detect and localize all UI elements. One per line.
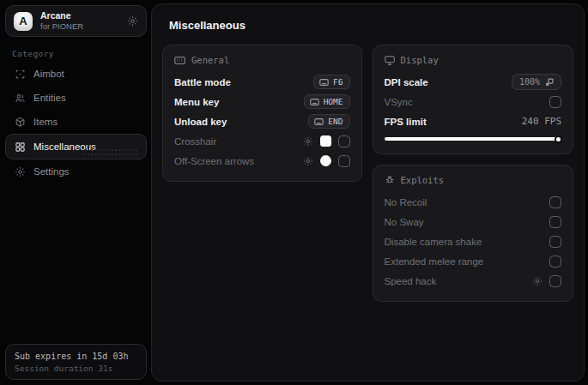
app-subtitle: for PIONER	[40, 21, 119, 32]
sidebar-item-label: Items	[33, 117, 58, 127]
extended-melee-range-label: Extended melee range	[385, 256, 484, 267]
display-card: Display DPI scale 100%	[373, 45, 573, 154]
scale-icon	[545, 78, 554, 87]
unload-key-row: Unload key END	[174, 111, 350, 131]
offscreen-arrows-row: Off-Screen arrows	[174, 151, 350, 171]
sidebar-item-label: Aimbot	[33, 69, 64, 79]
session-duration-text: Session duration 31s	[15, 364, 137, 373]
crosshair-color-swatch[interactable]	[320, 135, 331, 147]
speed-hack-label: Speed hack	[385, 276, 437, 286]
offscreen-color-swatch[interactable]	[320, 155, 331, 166]
dpi-scale-label: DPI scale	[385, 77, 428, 87]
vsync-label: VSync	[385, 97, 413, 107]
category-label: Category	[12, 49, 147, 58]
sidebar: A Arcane for PIONER Category Aimbot	[5, 5, 147, 380]
unload-keybind[interactable]: END	[308, 114, 349, 129]
crosshair-settings-gear-icon[interactable]	[303, 136, 313, 147]
sidebar-item-aimbot[interactable]: Aimbot	[5, 62, 147, 86]
keyboard-icon	[174, 56, 185, 65]
category-nav: Aimbot Entities Items	[5, 62, 147, 183]
speed-hack-row: Speed hack	[385, 271, 561, 291]
display-header: Display	[401, 55, 439, 65]
fps-limit-value: 240 FPS	[522, 116, 561, 127]
crosshair-label: Crosshair	[174, 136, 216, 147]
no-recoil-label: No Recoil	[385, 197, 427, 208]
speed-hack-checkbox[interactable]	[549, 275, 561, 287]
header-gear-icon[interactable]	[127, 15, 138, 27]
extended-melee-range-checkbox[interactable]	[549, 256, 561, 268]
key-icon	[319, 79, 329, 86]
extended-melee-range-row: Extended melee range	[385, 251, 561, 271]
page-title: Miscellaneous	[169, 19, 573, 32]
offscreen-checkbox[interactable]	[338, 155, 350, 167]
entities-icon	[14, 93, 26, 104]
monitor-icon	[385, 56, 395, 65]
general-card: General Battle mode F6	[162, 45, 362, 182]
no-sway-label: No Sway	[385, 217, 424, 227]
no-sway-checkbox[interactable]	[549, 216, 561, 228]
battle-mode-label: Battle mode	[174, 77, 231, 87]
no-recoil-checkbox[interactable]	[549, 196, 561, 208]
crosshair-checkbox[interactable]	[338, 135, 350, 147]
sidebar-item-items[interactable]: Items	[5, 110, 147, 134]
menu-keybind[interactable]: HOME	[304, 94, 350, 109]
app-header-card: A Arcane for PIONER	[5, 5, 147, 37]
fps-limit-slider[interactable]	[385, 135, 561, 143]
disable-camera-shake-label: Disable camera shake	[385, 237, 482, 247]
menu-key-label: Menu key	[174, 97, 219, 107]
vsync-row: VSync	[385, 92, 561, 111]
unload-key-label: Unload key	[174, 117, 227, 127]
key-icon	[310, 99, 319, 105]
sidebar-item-label: Entities	[33, 93, 66, 103]
app-logo: A	[14, 12, 33, 31]
fps-limit-label: FPS limit	[385, 117, 427, 127]
crosshair-scan-icon	[14, 69, 26, 80]
sub-expiry-text: Sub expires in 15d 03h	[15, 352, 137, 361]
general-header: General	[191, 55, 229, 65]
sidebar-item-settings[interactable]: Settings	[5, 159, 147, 183]
menu-key-row: Menu key HOME	[174, 92, 350, 111]
key-icon	[314, 118, 324, 125]
grid-icon	[14, 141, 26, 153]
vsync-checkbox[interactable]	[549, 96, 561, 108]
sidebar-item-entities[interactable]: Entities	[5, 86, 147, 110]
gear-icon	[14, 166, 26, 177]
speed-hack-settings-gear-icon[interactable]	[532, 276, 543, 286]
subscription-status-card: Sub expires in 15d 03h Session duration …	[5, 344, 147, 380]
main-panel: Miscellaneous General Battle mode	[151, 3, 585, 382]
offscreen-arrows-label: Off-Screen arrows	[174, 156, 254, 166]
dpi-scale-select[interactable]: 100%	[512, 74, 561, 90]
dpi-scale-row: DPI scale 100%	[385, 72, 561, 92]
no-sway-row: No Sway	[385, 212, 561, 232]
fps-slider-fill	[385, 137, 561, 141]
disable-camera-shake-checkbox[interactable]	[549, 236, 561, 248]
app-name: Arcane	[40, 10, 119, 21]
disable-camera-shake-row: Disable camera shake	[385, 232, 561, 251]
no-recoil-row: No Recoil	[385, 192, 561, 212]
exploits-card: Exploits No Recoil No Sway Disable camer…	[373, 165, 573, 302]
battle-mode-keybind[interactable]: F6	[313, 75, 349, 89]
bug-icon	[385, 175, 395, 185]
active-item-decor-dots	[84, 149, 137, 155]
offscreen-settings-gear-icon[interactable]	[303, 156, 313, 166]
sidebar-item-label: Settings	[33, 166, 70, 177]
fps-limit-row: FPS limit 240 FPS	[385, 111, 561, 131]
box-icon	[14, 117, 26, 128]
fps-slider-thumb[interactable]	[555, 135, 562, 143]
exploits-header: Exploits	[401, 175, 445, 185]
crosshair-row: Crosshair	[174, 131, 350, 151]
sidebar-item-miscellaneous[interactable]: Miscellaneous	[5, 134, 147, 159]
battle-mode-row: Battle mode F6	[174, 72, 350, 92]
